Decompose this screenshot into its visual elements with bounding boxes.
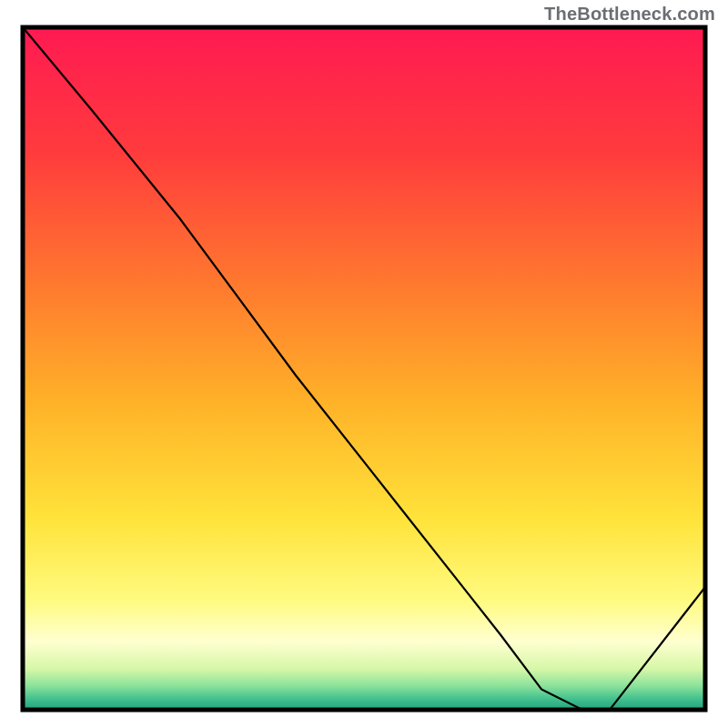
chart-stage: TheBottleneck.com bbox=[0, 0, 728, 728]
gradient-area bbox=[23, 27, 705, 710]
chart-svg bbox=[0, 0, 728, 728]
